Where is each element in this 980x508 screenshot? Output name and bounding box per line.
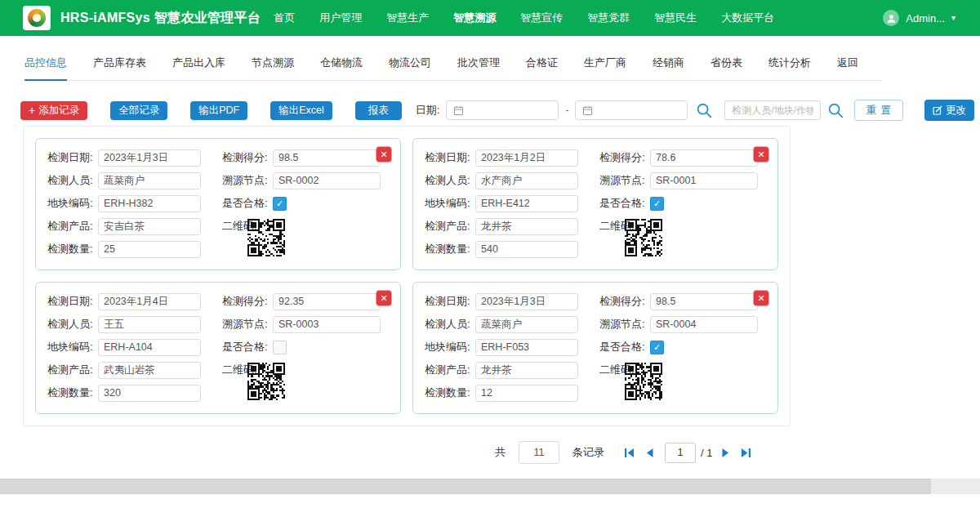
record-date-input[interactable] bbox=[475, 293, 578, 310]
add-record-button[interactable]: + 添加记录 bbox=[20, 101, 87, 120]
tab-item[interactable]: 经销商 bbox=[653, 56, 684, 80]
delete-record-button[interactable]: ✕ bbox=[753, 146, 769, 163]
record-quantity-input[interactable] bbox=[98, 241, 201, 258]
nav-item[interactable]: 智慧党群 bbox=[587, 11, 630, 25]
record-quantity-input[interactable] bbox=[475, 385, 578, 402]
qr-code bbox=[625, 363, 662, 400]
prev-page-button[interactable] bbox=[644, 447, 656, 459]
total-count-input[interactable] bbox=[519, 441, 559, 464]
record-quantity-input[interactable] bbox=[98, 385, 201, 402]
total-prefix-label: 共 bbox=[495, 445, 506, 460]
tab-item[interactable]: 仓储物流 bbox=[320, 56, 363, 80]
tab-item[interactable]: 品控信息 bbox=[24, 56, 67, 81]
record-plot-input[interactable] bbox=[475, 195, 578, 212]
record-plot-input[interactable] bbox=[475, 339, 578, 356]
record-date-input[interactable] bbox=[98, 149, 201, 167]
user-menu[interactable]: Admin... ▾ bbox=[883, 10, 956, 26]
reset-button[interactable]: 重 置 bbox=[854, 100, 902, 121]
record-product-input[interactable] bbox=[98, 362, 201, 379]
nav-item[interactable]: 大数据平台 bbox=[721, 11, 774, 25]
record-node-input[interactable] bbox=[273, 316, 381, 333]
record-node-input[interactable] bbox=[650, 316, 758, 333]
export-excel-button[interactable]: 输出Excel bbox=[270, 101, 332, 120]
record-product-input[interactable] bbox=[98, 218, 201, 235]
record-date-input[interactable] bbox=[98, 293, 201, 310]
tab-item[interactable]: 统计分析 bbox=[768, 56, 811, 80]
date-to-field[interactable] bbox=[575, 100, 688, 120]
qualified-checkbox[interactable]: ✓ bbox=[273, 197, 287, 211]
qualified-checkbox[interactable]: ✓ bbox=[273, 341, 287, 354]
tab-item[interactable]: 省份表 bbox=[710, 56, 742, 80]
tab-item[interactable]: 批次管理 bbox=[457, 56, 500, 80]
record-inspector-input[interactable] bbox=[475, 172, 578, 189]
qualified-checkbox[interactable]: ✓ bbox=[650, 197, 664, 211]
score-label: 检测得分: bbox=[599, 294, 650, 309]
date-range-separator: - bbox=[565, 105, 568, 116]
record-inspector-input[interactable] bbox=[98, 316, 201, 333]
tab-item[interactable]: 生产厂商 bbox=[584, 56, 626, 80]
first-page-button[interactable] bbox=[623, 447, 635, 459]
record-plot-input[interactable] bbox=[98, 195, 201, 212]
record-inspector-input[interactable] bbox=[98, 172, 201, 189]
tab-item[interactable]: 合格证 bbox=[526, 56, 558, 80]
record-inspector-input[interactable] bbox=[475, 316, 578, 333]
tab-item[interactable]: 产品库存表 bbox=[93, 56, 146, 80]
keyword-search-input[interactable] bbox=[724, 100, 821, 120]
product-label: 检测产品: bbox=[425, 363, 475, 377]
record-product-input[interactable] bbox=[475, 218, 578, 235]
record-node-input[interactable] bbox=[273, 172, 381, 189]
export-pdf-button[interactable]: 输出PDF bbox=[190, 101, 247, 120]
date-search-button[interactable] bbox=[696, 102, 713, 119]
nav-item[interactable]: 智慧溯源 bbox=[453, 11, 496, 25]
toolbar: + 添加记录 全部记录 输出PDF 输出Excel 报表 日期: - 重 置 更… bbox=[20, 100, 980, 121]
record-node-input[interactable] bbox=[650, 172, 758, 189]
keyword-search-button[interactable] bbox=[827, 102, 844, 119]
record-score-input[interactable] bbox=[273, 149, 381, 167]
record-plot-input[interactable] bbox=[98, 339, 201, 356]
date-filter-label: 日期: bbox=[416, 103, 440, 118]
current-page-input[interactable] bbox=[665, 443, 696, 463]
next-page-icon bbox=[719, 447, 732, 459]
nav-item[interactable]: 首页 bbox=[274, 11, 295, 25]
delete-record-button[interactable]: ✕ bbox=[753, 290, 769, 306]
update-button[interactable]: 更改 bbox=[924, 100, 974, 121]
date-from-field[interactable] bbox=[446, 100, 559, 120]
tab-item[interactable]: 节点溯源 bbox=[252, 56, 294, 80]
delete-record-button[interactable]: ✕ bbox=[376, 146, 392, 163]
record-product-input[interactable] bbox=[475, 362, 578, 379]
prev-page-icon bbox=[644, 447, 656, 459]
record-score-input[interactable] bbox=[273, 293, 381, 310]
quantity-label: 检测数量: bbox=[425, 242, 475, 256]
qr-code bbox=[625, 219, 662, 256]
tab-item[interactable]: 产品出入库 bbox=[172, 56, 225, 80]
page-total-label: / 1 bbox=[701, 447, 712, 459]
record-card: ✕ 检测日期: 检测得分: 检测人员: 溯源节点: 地块编码: 是否合格: ✓ … bbox=[412, 138, 778, 270]
record-quantity-input[interactable] bbox=[475, 241, 578, 258]
record-score-input[interactable] bbox=[650, 293, 758, 310]
tab-item[interactable]: 物流公司 bbox=[389, 56, 431, 80]
date-label: 检测日期: bbox=[47, 150, 98, 165]
node-label: 溯源节点: bbox=[599, 173, 650, 188]
plot-label: 地块编码: bbox=[425, 340, 475, 354]
close-icon: ✕ bbox=[380, 294, 387, 303]
qr-code bbox=[247, 219, 285, 256]
nav-item[interactable]: 智慧民生 bbox=[654, 11, 697, 25]
record-score-input[interactable] bbox=[650, 149, 758, 167]
qualified-checkbox[interactable]: ✓ bbox=[650, 341, 664, 354]
report-button[interactable]: 报表 bbox=[355, 101, 402, 120]
tab-item[interactable]: 返回 bbox=[837, 56, 858, 80]
last-page-button[interactable] bbox=[740, 447, 752, 459]
nav-item[interactable]: 智慧宣传 bbox=[520, 11, 563, 25]
date-to-input[interactable] bbox=[598, 104, 683, 117]
app-title: HRS-iAMFSys 智慧农业管理平台 bbox=[60, 10, 261, 27]
check-icon: ✓ bbox=[653, 199, 661, 208]
nav-item[interactable]: 智慧生产 bbox=[386, 11, 429, 25]
record-date-input[interactable] bbox=[475, 149, 578, 167]
scrollbar-thumb[interactable] bbox=[0, 479, 931, 494]
horizontal-scrollbar[interactable] bbox=[0, 479, 980, 494]
next-page-button[interactable] bbox=[719, 447, 732, 459]
delete-record-button[interactable]: ✕ bbox=[376, 290, 392, 306]
all-records-button[interactable]: 全部记录 bbox=[110, 101, 167, 120]
date-from-input[interactable] bbox=[469, 104, 554, 117]
nav-item[interactable]: 用户管理 bbox=[319, 11, 362, 25]
